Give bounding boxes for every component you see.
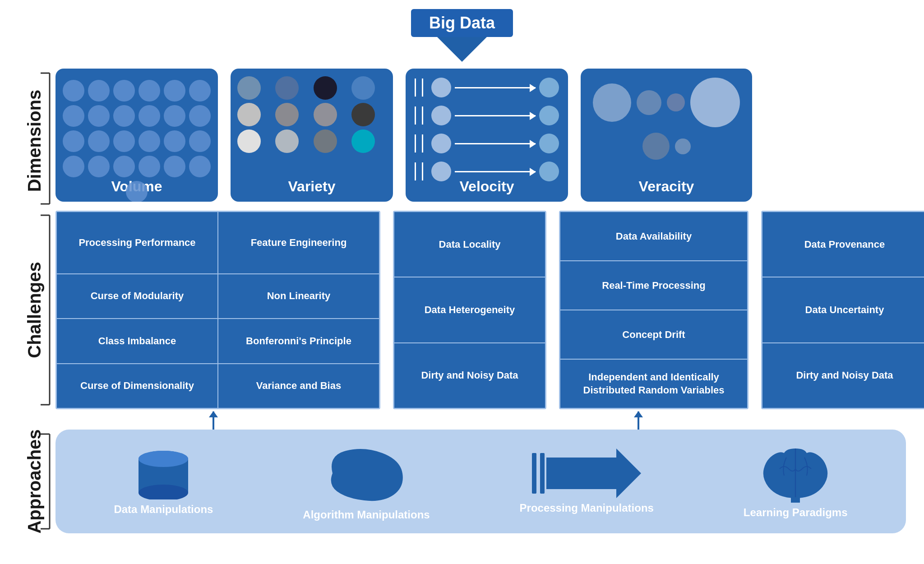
brain-icon bbox=[759, 444, 832, 503]
dimensions-label-text: Dimensions bbox=[24, 90, 44, 192]
vel-connector bbox=[546, 411, 731, 430]
veracity-card: Veracity bbox=[581, 69, 752, 202]
main-container: Big Data Dimensions bbox=[0, 0, 924, 564]
challenge-data-locality: Data Locality bbox=[394, 212, 545, 277]
challenge-curse-modularity: Curse of Modularity bbox=[56, 274, 218, 319]
challenge-iid: Independent and Identically Distributed … bbox=[560, 359, 748, 408]
challenge-realtime-processing: Real-Time Processing bbox=[560, 261, 748, 310]
svg-marker-13 bbox=[546, 448, 641, 498]
algorithm-manipulations-label: Algorithm Manipulations bbox=[303, 509, 430, 521]
variety-spacer bbox=[384, 411, 534, 430]
content-area: Dimensions Volume bbox=[18, 69, 906, 537]
vol-connector bbox=[55, 411, 372, 430]
approaches-label-text: Approaches bbox=[24, 430, 44, 533]
big-data-arrow: Big Data bbox=[411, 9, 513, 62]
data-manipulations-label: Data Manipulations bbox=[114, 503, 213, 516]
challenge-data-availability: Data Availability bbox=[560, 212, 748, 261]
challenge-data-provenance: Data Provenance bbox=[762, 212, 924, 277]
volume-card: Volume bbox=[55, 69, 218, 202]
veracity-circles bbox=[587, 78, 745, 160]
vol-arrow-line bbox=[213, 411, 214, 430]
vol-arrow-head bbox=[209, 411, 218, 417]
volume-challenges-box: Processing Performance Feature Engineeri… bbox=[55, 211, 380, 409]
veracity-spacer bbox=[744, 411, 906, 430]
cylinder-icon bbox=[134, 448, 193, 499]
velocity-card: Velocity bbox=[406, 69, 568, 202]
challenge-class-imbalance: Class Imbalance bbox=[56, 319, 218, 364]
dimensions-row: Dimensions Volume bbox=[18, 69, 906, 208]
challenge-dirty-noisy-veracity: Dirty and Noisy Data bbox=[762, 343, 924, 408]
challenges-row: Challenges Processing Performance Featur… bbox=[18, 211, 906, 409]
approaches-bracket: Approaches bbox=[18, 430, 52, 533]
approaches-bracket-svg: Approaches bbox=[18, 430, 52, 533]
challenges-bracket-svg: Challenges bbox=[18, 211, 52, 409]
dimension-cards: Volume bbox=[55, 69, 752, 208]
double-lines bbox=[532, 451, 545, 496]
big-data-section: Big Data bbox=[18, 9, 906, 62]
challenge-bonferonni: Bonferonni's Principle bbox=[218, 319, 379, 364]
volume-circles bbox=[55, 75, 218, 202]
svg-rect-15 bbox=[791, 497, 800, 503]
blob-icon bbox=[323, 442, 409, 505]
veracity-challenges-box: Data Provenance Data Uncertainty Dirty a… bbox=[761, 211, 924, 409]
processing-manipulations-label: Processing Manipulations bbox=[520, 502, 654, 514]
variety-challenges-box: Data Locality Data Heterogeneity Dirty a… bbox=[393, 211, 546, 409]
vel-arrow-line bbox=[638, 411, 639, 430]
veracity-label: Veracity bbox=[639, 178, 694, 195]
challenge-data-heterogeneity: Data Heterogeneity bbox=[394, 277, 545, 342]
algorithm-manipulations-item: Algorithm Manipulations bbox=[303, 442, 430, 521]
vel-arrow-head bbox=[634, 411, 643, 417]
variety-card: Variety bbox=[231, 69, 393, 202]
variety-label: Variety bbox=[288, 178, 336, 195]
challenge-non-linearity: Non Linearity bbox=[218, 274, 379, 319]
challenge-data-uncertainty: Data Uncertainty bbox=[762, 277, 924, 342]
challenge-feature-engineering: Feature Engineering bbox=[218, 212, 379, 274]
velocity-challenges-box: Data Availability Real-Time Processing C… bbox=[559, 211, 748, 409]
challenges-label-text: Challenges bbox=[24, 262, 44, 358]
challenge-boxes: Processing Performance Feature Engineeri… bbox=[55, 211, 924, 409]
line1 bbox=[532, 453, 536, 494]
line2 bbox=[540, 453, 545, 494]
velocity-visual bbox=[415, 78, 559, 181]
challenge-concept-drift: Concept Drift bbox=[560, 310, 748, 359]
processing-manipulations-item: Processing Manipulations bbox=[520, 448, 654, 514]
challenge-dirty-noisy-variety: Dirty and Noisy Data bbox=[394, 343, 545, 408]
big-data-arrow-shape bbox=[437, 37, 487, 62]
challenge-processing-performance: Processing Performance bbox=[56, 212, 218, 274]
dimensions-bracket: Dimensions bbox=[18, 69, 52, 208]
learning-paradigms-label: Learning Paradigms bbox=[744, 506, 848, 519]
challenges-bracket: Challenges bbox=[18, 211, 52, 409]
big-data-label: Big Data bbox=[411, 9, 513, 37]
processing-shape bbox=[532, 448, 641, 498]
challenge-variance-bias: Variance and Bias bbox=[218, 364, 379, 409]
svg-point-12 bbox=[139, 451, 188, 467]
approaches-box: Data Manipulations Algorithm Manipulatio… bbox=[55, 430, 906, 533]
data-manipulations-item: Data Manipulations bbox=[114, 448, 213, 516]
arrow-icon bbox=[546, 448, 641, 498]
approaches-row: Approaches Data Manipulations bbox=[18, 430, 906, 533]
variety-circles bbox=[235, 74, 388, 155]
dimensions-bracket-svg: Dimensions bbox=[18, 69, 52, 208]
learning-paradigms-item: Learning Paradigms bbox=[744, 444, 848, 519]
connector-area bbox=[18, 411, 906, 430]
challenge-curse-dimensionality: Curse of Dimensionality bbox=[56, 364, 218, 409]
